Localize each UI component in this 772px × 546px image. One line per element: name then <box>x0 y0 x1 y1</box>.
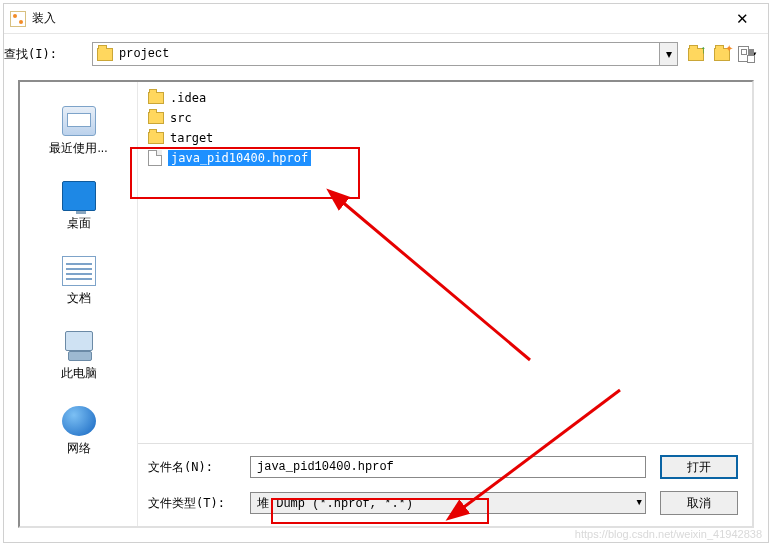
place-recent[interactable]: 最近使用... <box>20 100 137 175</box>
new-folder-button[interactable] <box>712 44 732 64</box>
place-desktop[interactable]: 桌面 <box>20 175 137 250</box>
network-icon <box>62 406 96 436</box>
chevron-down-icon[interactable]: ▾ <box>659 43 677 65</box>
filename-label: 文件名(N): <box>148 459 236 476</box>
folder-icon <box>148 92 164 104</box>
lookin-combo[interactable]: project ▾ <box>92 42 678 66</box>
lookin-value: project <box>119 47 169 61</box>
this-pc-icon <box>62 331 96 361</box>
folder-icon <box>97 48 113 61</box>
filename-input[interactable]: java_pid10400.hprof <box>250 456 646 478</box>
desktop-icon <box>62 181 96 211</box>
up-one-level-button[interactable] <box>686 44 706 64</box>
watermark: https://blog.csdn.net/weixin_41942838 <box>575 528 762 540</box>
places-bar: 最近使用... 桌面 文档 此电脑 网络 <box>20 82 138 526</box>
recent-icon <box>62 106 96 136</box>
close-button[interactable]: ✕ <box>722 5 762 33</box>
title-bar: 装入 ✕ <box>4 4 768 34</box>
folder-icon <box>148 112 164 124</box>
place-documents[interactable]: 文档 <box>20 250 137 325</box>
filetype-label: 文件类型(T): <box>148 495 236 512</box>
cancel-button[interactable]: 取消 <box>660 491 738 515</box>
filetype-combo[interactable]: 堆 Dump (*.hprof, *.*) ▼ <box>250 492 646 514</box>
list-item[interactable]: .idea <box>146 88 744 108</box>
documents-icon <box>62 256 96 286</box>
open-button[interactable]: 打开 <box>660 455 738 479</box>
window-title: 装入 <box>32 10 722 27</box>
lookin-label: 查找(I): <box>4 46 84 63</box>
chevron-down-icon: ▼ <box>637 498 642 508</box>
app-icon <box>10 11 26 27</box>
file-list[interactable]: .idea src target java_pid10400.hprof <box>138 82 752 444</box>
view-menu-button[interactable]: ▼ <box>738 44 758 64</box>
place-this-pc[interactable]: 此电脑 <box>20 325 137 400</box>
file-icon <box>148 150 162 166</box>
folder-icon <box>148 132 164 144</box>
list-item[interactable]: target <box>146 128 744 148</box>
list-item[interactable]: src <box>146 108 744 128</box>
place-network[interactable]: 网络 <box>20 400 137 475</box>
list-item-selected[interactable]: java_pid10400.hprof <box>146 148 744 168</box>
